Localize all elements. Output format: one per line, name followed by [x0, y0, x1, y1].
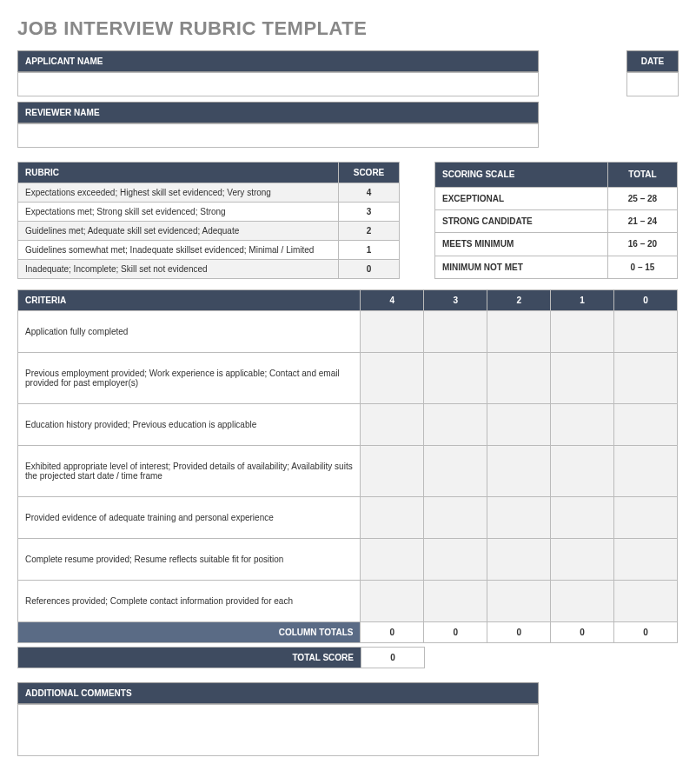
criteria-desc: References provided; Complete contact in… [18, 581, 361, 622]
criteria-score-cell[interactable] [424, 581, 487, 622]
criteria-score-cell[interactable] [614, 581, 678, 622]
column-total: 0 [361, 622, 424, 643]
criteria-score-cell[interactable] [551, 404, 614, 446]
total-header: TOTAL [608, 163, 678, 188]
criteria-col-2: 2 [487, 290, 551, 311]
column-totals-label: COLUMN TOTALS [18, 622, 361, 643]
total-score-value: 0 [361, 648, 425, 668]
criteria-score-cell[interactable] [614, 311, 678, 353]
scale-label: EXCEPTIONAL [435, 187, 608, 209]
scale-range: 16 – 20 [608, 233, 678, 256]
criteria-score-cell[interactable] [551, 581, 614, 622]
scale-range: 21 – 24 [608, 210, 678, 233]
criteria-score-cell[interactable] [361, 497, 424, 539]
scoring-scale-header: SCORING SCALE [435, 163, 608, 188]
criteria-col-0: 0 [614, 290, 678, 311]
rubric-desc: Guidelines somewhat met; Inadequate skil… [18, 241, 339, 260]
criteria-score-cell[interactable] [424, 353, 487, 404]
criteria-score-cell[interactable] [487, 353, 551, 404]
rubric-desc: Expectations exceeded; Highest skill set… [18, 183, 339, 203]
scale-label: MINIMUM NOT MET [435, 256, 608, 278]
score-header: SCORE [339, 163, 400, 183]
criteria-desc: Provided evidence of adequate training a… [18, 497, 361, 539]
rubric-score: 2 [339, 222, 400, 241]
criteria-desc: Exhibited appropriate level of interest;… [18, 446, 361, 497]
criteria-score-cell[interactable] [614, 497, 678, 539]
criteria-score-cell[interactable] [614, 446, 678, 497]
applicant-name-label: APPLICANT NAME [17, 50, 539, 72]
total-score-table: TOTAL SCORE 0 [17, 647, 425, 668]
criteria-score-cell[interactable] [551, 311, 614, 353]
criteria-desc: Complete resume provided; Resume reflect… [18, 539, 361, 581]
criteria-score-cell[interactable] [487, 446, 551, 497]
criteria-score-cell[interactable] [424, 311, 487, 353]
scoring-scale-table: SCORING SCALE TOTAL EXCEPTIONAL25 – 28 S… [434, 162, 678, 279]
total-score-label: TOTAL SCORE [18, 648, 361, 668]
criteria-score-cell[interactable] [361, 581, 424, 622]
column-total: 0 [424, 622, 487, 643]
scale-range: 25 – 28 [608, 187, 678, 209]
column-total: 0 [614, 622, 678, 643]
criteria-desc: Application fully completed [18, 311, 361, 353]
criteria-score-cell[interactable] [487, 404, 551, 446]
additional-comments-label: ADDITIONAL COMMENTS [17, 682, 539, 704]
reviewer-name-input[interactable] [17, 123, 539, 148]
rubric-desc: Inadequate; Incomplete; Skill set not ev… [18, 260, 339, 279]
criteria-score-cell[interactable] [487, 311, 551, 353]
criteria-score-cell[interactable] [424, 446, 487, 497]
criteria-score-cell[interactable] [614, 539, 678, 581]
criteria-score-cell[interactable] [551, 539, 614, 581]
rubric-desc: Guidelines met; Adequate skill set evide… [18, 222, 339, 241]
rubric-score: 1 [339, 241, 400, 260]
rubric-score: 4 [339, 183, 400, 203]
criteria-score-cell[interactable] [551, 353, 614, 404]
criteria-score-cell[interactable] [424, 497, 487, 539]
date-input[interactable] [626, 72, 679, 96]
criteria-desc: Previous employment provided; Work exper… [18, 353, 361, 404]
criteria-col-1: 1 [551, 290, 614, 311]
criteria-score-cell[interactable] [487, 539, 551, 581]
column-total: 0 [551, 622, 614, 643]
criteria-score-cell[interactable] [551, 446, 614, 497]
criteria-score-cell[interactable] [424, 404, 487, 446]
scale-range: 0 – 15 [608, 256, 678, 278]
date-label: DATE [626, 50, 679, 72]
criteria-score-cell[interactable] [361, 404, 424, 446]
criteria-score-cell[interactable] [614, 353, 678, 404]
rubric-score: 3 [339, 203, 400, 222]
page-title: JOB INTERVIEW RUBRIC TEMPLATE [17, 17, 679, 40]
criteria-score-cell[interactable] [551, 497, 614, 539]
criteria-score-cell[interactable] [487, 497, 551, 539]
reviewer-name-label: REVIEWER NAME [17, 102, 539, 123]
rubric-desc: Expectations met; Strong skill set evide… [18, 203, 339, 222]
criteria-col-4: 4 [361, 290, 424, 311]
rubric-table: RUBRIC SCORE Expectations exceeded; High… [17, 162, 400, 279]
scale-label: STRONG CANDIDATE [435, 210, 608, 233]
criteria-score-cell[interactable] [361, 539, 424, 581]
criteria-header: CRITERIA [18, 290, 361, 311]
criteria-score-cell[interactable] [361, 353, 424, 404]
scale-label: MEETS MINIMUM [435, 233, 608, 256]
criteria-score-cell[interactable] [361, 446, 424, 497]
rubric-header: RUBRIC [18, 163, 339, 183]
criteria-score-cell[interactable] [487, 581, 551, 622]
criteria-col-3: 3 [424, 290, 487, 311]
additional-comments-input[interactable] [17, 704, 539, 756]
applicant-name-input[interactable] [17, 72, 539, 96]
criteria-score-cell[interactable] [361, 311, 424, 353]
criteria-score-cell[interactable] [424, 539, 487, 581]
criteria-score-cell[interactable] [614, 404, 678, 446]
column-total: 0 [487, 622, 551, 643]
rubric-score: 0 [339, 260, 400, 279]
criteria-table: CRITERIA 4 3 2 1 0 Application fully com… [17, 289, 678, 643]
criteria-desc: Education history provided; Previous edu… [18, 404, 361, 446]
